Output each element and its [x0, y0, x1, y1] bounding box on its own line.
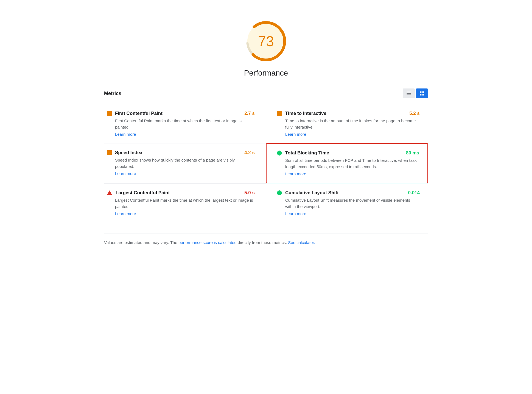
list-icon: [406, 91, 411, 96]
metrics-section: Metrics: [104, 88, 428, 223]
lcp-learn-more[interactable]: Learn more: [107, 211, 255, 216]
page-container: 73 Performance Metrics: [88, 0, 444, 262]
metric-lcp-header: Largest Contentful Paint 5.0 s: [107, 190, 255, 196]
footer-text-before: Values are estimated and may vary. The: [104, 240, 178, 245]
score-label: Performance: [244, 69, 288, 77]
metric-tbt: Total Blocking Time 80 ms Sum of all tim…: [266, 143, 428, 183]
tti-desc: Time to interactive is the amount of tim…: [277, 118, 420, 130]
fcp-desc: First Contentful Paint marks the time at…: [107, 118, 255, 130]
grid-icon: [419, 91, 425, 96]
lcp-name: Largest Contentful Paint: [116, 190, 170, 196]
metric-cls: Cumulative Layout Shift 0.014 Cumulative…: [266, 183, 428, 223]
metric-tti-header: Time to Interactive 5.2 s: [277, 111, 420, 116]
tti-value: 5.2 s: [409, 111, 420, 116]
cls-desc: Cumulative Layout Shift measures the mov…: [277, 197, 420, 210]
lcp-icon: [107, 190, 112, 195]
metrics-title: Metrics: [104, 91, 121, 96]
si-name: Speed Index: [115, 150, 142, 156]
tbt-name: Total Blocking Time: [285, 150, 329, 156]
lcp-value: 5.0 s: [244, 190, 255, 196]
si-learn-more[interactable]: Learn more: [107, 171, 255, 176]
tti-icon: [277, 111, 282, 116]
svg-rect-8: [422, 94, 424, 96]
svg-rect-2: [407, 92, 411, 92]
metric-tti: Time to Interactive 5.2 s Time to intera…: [266, 104, 428, 143]
metrics-header: Metrics: [104, 88, 428, 98]
metric-tbt-header: Total Blocking Time 80 ms: [277, 150, 419, 156]
svg-rect-6: [422, 91, 424, 93]
svg-rect-5: [420, 91, 422, 93]
tbt-value: 80 ms: [406, 150, 419, 156]
score-ring: 73: [244, 19, 288, 63]
score-value: 73: [258, 33, 274, 49]
cls-value: 0.014: [408, 190, 420, 196]
metric-fcp: First Contentful Paint 2.7 s First Conte…: [104, 104, 266, 143]
metric-lcp-title-group: Largest Contentful Paint: [107, 190, 170, 196]
metric-fcp-header: First Contentful Paint 2.7 s: [107, 111, 255, 116]
metric-tbt-title-group: Total Blocking Time: [277, 150, 329, 156]
cls-learn-more[interactable]: Learn more: [277, 211, 420, 216]
tti-name: Time to Interactive: [285, 111, 326, 116]
lcp-desc: Largest Contentful Paint marks the time …: [107, 197, 255, 210]
metric-fcp-title-group: First Contentful Paint: [107, 111, 163, 116]
metric-lcp: Largest Contentful Paint 5.0 s Largest C…: [104, 183, 266, 223]
fcp-value: 2.7 s: [244, 111, 255, 116]
si-value: 4.2 s: [244, 150, 255, 156]
footer-link-score[interactable]: performance score is calculated: [178, 240, 237, 245]
grid-view-button[interactable]: [416, 88, 428, 98]
tbt-learn-more[interactable]: Learn more: [277, 171, 419, 176]
footer-text-middle: directly from these metrics.: [237, 240, 288, 245]
svg-rect-3: [407, 93, 411, 94]
fcp-icon: [107, 111, 112, 116]
metric-cls-header: Cumulative Layout Shift 0.014: [277, 190, 420, 196]
fcp-learn-more[interactable]: Learn more: [107, 132, 255, 137]
metric-cls-title-group: Cumulative Layout Shift: [277, 190, 339, 196]
si-desc: Speed Index shows how quickly the conten…: [107, 157, 255, 170]
tbt-desc: Sum of all time periods between FCP and …: [277, 157, 419, 170]
svg-rect-7: [420, 94, 422, 96]
list-view-button[interactable]: [403, 88, 415, 98]
footer-link-calculator[interactable]: See calculator.: [288, 240, 315, 245]
si-icon: [107, 150, 112, 155]
fcp-name: First Contentful Paint: [115, 111, 163, 116]
cls-icon: [277, 190, 282, 195]
metric-si-header: Speed Index 4.2 s: [107, 150, 255, 156]
score-section: 73 Performance: [104, 11, 428, 77]
view-toggle: [403, 88, 428, 98]
cls-name: Cumulative Layout Shift: [285, 190, 339, 196]
metric-si: Speed Index 4.2 s Speed Index shows how …: [104, 143, 266, 183]
tti-learn-more[interactable]: Learn more: [277, 132, 420, 137]
svg-rect-4: [407, 95, 411, 95]
tbt-icon: [277, 151, 282, 156]
footer: Values are estimated and may vary. The p…: [104, 234, 428, 246]
metric-si-title-group: Speed Index: [107, 150, 142, 156]
metric-tti-title-group: Time to Interactive: [277, 111, 326, 116]
metrics-grid: First Contentful Paint 2.7 s First Conte…: [104, 104, 428, 223]
